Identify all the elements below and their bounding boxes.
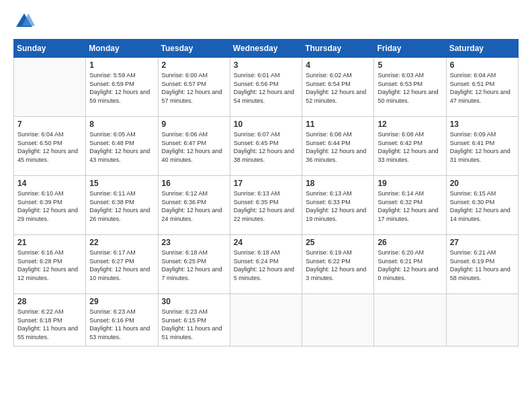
calendar-cell: 21Sunrise: 6:16 AMSunset: 6:28 PMDayligh… bbox=[14, 235, 86, 294]
day-number: 25 bbox=[306, 238, 370, 247]
day-info: Sunrise: 6:03 AMSunset: 6:53 PMDaylight:… bbox=[378, 71, 442, 105]
calendar-cell: 22Sunrise: 6:17 AMSunset: 6:27 PMDayligh… bbox=[86, 235, 158, 294]
day-number: 22 bbox=[89, 238, 154, 247]
day-info: Sunrise: 6:04 AMSunset: 6:51 PMDaylight:… bbox=[450, 71, 515, 105]
day-info: Sunrise: 6:13 AMSunset: 6:33 PMDaylight:… bbox=[306, 189, 370, 223]
weekday-header-wednesday: Wednesday bbox=[230, 40, 302, 58]
calendar-cell: 19Sunrise: 6:14 AMSunset: 6:32 PMDayligh… bbox=[374, 176, 446, 235]
day-number: 14 bbox=[17, 179, 82, 188]
day-info: Sunrise: 6:23 AMSunset: 6:16 PMDaylight:… bbox=[89, 308, 154, 341]
calendar-cell: 6Sunrise: 6:04 AMSunset: 6:51 PMDaylight… bbox=[446, 58, 518, 117]
day-number: 20 bbox=[450, 179, 515, 188]
day-info: Sunrise: 6:15 AMSunset: 6:30 PMDaylight:… bbox=[450, 189, 515, 223]
day-info: Sunrise: 6:02 AMSunset: 6:54 PMDaylight:… bbox=[306, 71, 370, 105]
calendar-cell: 23Sunrise: 6:18 AMSunset: 6:25 PMDayligh… bbox=[158, 235, 230, 294]
calendar-week-4: 21Sunrise: 6:16 AMSunset: 6:28 PMDayligh… bbox=[14, 235, 519, 294]
calendar-cell: 10Sunrise: 6:07 AMSunset: 6:45 PMDayligh… bbox=[230, 117, 302, 176]
calendar-cell: 25Sunrise: 6:19 AMSunset: 6:22 PMDayligh… bbox=[302, 235, 374, 294]
calendar-cell: 16Sunrise: 6:12 AMSunset: 6:36 PMDayligh… bbox=[158, 176, 230, 235]
calendar-cell bbox=[302, 294, 374, 347]
calendar-cell: 27Sunrise: 6:21 AMSunset: 6:19 PMDayligh… bbox=[446, 235, 518, 294]
calendar-week-1: 1Sunrise: 5:59 AMSunset: 6:59 PMDaylight… bbox=[14, 58, 519, 117]
day-number: 16 bbox=[162, 179, 226, 188]
day-number: 9 bbox=[162, 120, 226, 129]
day-number: 1 bbox=[89, 60, 154, 70]
weekday-header-monday: Monday bbox=[86, 40, 158, 58]
day-number: 29 bbox=[89, 297, 154, 306]
logo-icon bbox=[13, 11, 35, 32]
logo bbox=[13, 11, 38, 32]
day-number: 5 bbox=[378, 60, 442, 70]
day-info: Sunrise: 6:04 AMSunset: 6:50 PMDaylight:… bbox=[17, 130, 82, 164]
calendar-cell: 17Sunrise: 6:13 AMSunset: 6:35 PMDayligh… bbox=[230, 176, 302, 235]
day-info: Sunrise: 6:06 AMSunset: 6:47 PMDaylight:… bbox=[162, 130, 226, 164]
day-info: Sunrise: 6:23 AMSunset: 6:15 PMDaylight:… bbox=[162, 308, 226, 341]
calendar-week-3: 14Sunrise: 6:10 AMSunset: 6:39 PMDayligh… bbox=[14, 176, 519, 235]
calendar-cell: 5Sunrise: 6:03 AMSunset: 6:53 PMDaylight… bbox=[374, 58, 446, 117]
day-info: Sunrise: 6:18 AMSunset: 6:24 PMDaylight:… bbox=[234, 248, 298, 282]
day-info: Sunrise: 6:12 AMSunset: 6:36 PMDaylight:… bbox=[162, 189, 226, 223]
calendar-cell: 30Sunrise: 6:23 AMSunset: 6:15 PMDayligh… bbox=[158, 294, 230, 347]
calendar-cell: 2Sunrise: 6:00 AMSunset: 6:57 PMDaylight… bbox=[158, 58, 230, 117]
day-number: 23 bbox=[162, 238, 226, 247]
day-info: Sunrise: 6:09 AMSunset: 6:41 PMDaylight:… bbox=[450, 130, 515, 164]
calendar-cell bbox=[446, 294, 518, 347]
day-number: 13 bbox=[450, 120, 515, 129]
day-number: 2 bbox=[162, 60, 226, 70]
calendar-week-5: 28Sunrise: 6:22 AMSunset: 6:18 PMDayligh… bbox=[14, 294, 519, 347]
day-number: 6 bbox=[450, 60, 515, 70]
day-info: Sunrise: 6:05 AMSunset: 6:48 PMDaylight:… bbox=[89, 130, 154, 164]
day-info: Sunrise: 6:01 AMSunset: 6:56 PMDaylight:… bbox=[234, 71, 298, 105]
day-number: 27 bbox=[450, 238, 515, 247]
calendar-table: SundayMondayTuesdayWednesdayThursdayFrid… bbox=[13, 39, 519, 347]
day-info: Sunrise: 6:22 AMSunset: 6:18 PMDaylight:… bbox=[17, 308, 82, 341]
day-number: 3 bbox=[234, 60, 298, 70]
day-info: Sunrise: 6:11 AMSunset: 6:38 PMDaylight:… bbox=[89, 189, 154, 223]
calendar-cell: 20Sunrise: 6:15 AMSunset: 6:30 PMDayligh… bbox=[446, 176, 518, 235]
calendar-cell: 7Sunrise: 6:04 AMSunset: 6:50 PMDaylight… bbox=[14, 117, 86, 176]
day-info: Sunrise: 6:17 AMSunset: 6:27 PMDaylight:… bbox=[89, 248, 154, 282]
day-number: 18 bbox=[306, 179, 370, 188]
calendar-week-2: 7Sunrise: 6:04 AMSunset: 6:50 PMDaylight… bbox=[14, 117, 519, 176]
calendar-cell bbox=[230, 294, 302, 347]
day-info: Sunrise: 6:21 AMSunset: 6:19 PMDaylight:… bbox=[450, 248, 515, 282]
day-info: Sunrise: 6:16 AMSunset: 6:28 PMDaylight:… bbox=[17, 248, 82, 282]
weekday-header-friday: Friday bbox=[374, 40, 446, 58]
day-number: 17 bbox=[234, 179, 298, 188]
day-number: 15 bbox=[89, 179, 154, 188]
calendar-cell: 8Sunrise: 6:05 AMSunset: 6:48 PMDaylight… bbox=[86, 117, 158, 176]
day-number: 30 bbox=[162, 297, 226, 306]
weekday-header-tuesday: Tuesday bbox=[158, 40, 230, 58]
calendar-cell: 29Sunrise: 6:23 AMSunset: 6:16 PMDayligh… bbox=[86, 294, 158, 347]
calendar-cell bbox=[374, 294, 446, 347]
day-info: Sunrise: 6:07 AMSunset: 6:45 PMDaylight:… bbox=[234, 130, 298, 164]
day-number: 24 bbox=[234, 238, 298, 247]
calendar-cell: 4Sunrise: 6:02 AMSunset: 6:54 PMDaylight… bbox=[302, 58, 374, 117]
day-info: Sunrise: 6:14 AMSunset: 6:32 PMDaylight:… bbox=[378, 189, 442, 223]
day-info: Sunrise: 6:18 AMSunset: 6:25 PMDaylight:… bbox=[162, 248, 226, 282]
day-info: Sunrise: 6:10 AMSunset: 6:39 PMDaylight:… bbox=[17, 189, 82, 223]
day-number: 28 bbox=[17, 297, 82, 306]
calendar-cell: 1Sunrise: 5:59 AMSunset: 6:59 PMDaylight… bbox=[86, 58, 158, 117]
day-number: 26 bbox=[378, 238, 442, 247]
day-info: Sunrise: 6:08 AMSunset: 6:44 PMDaylight:… bbox=[306, 130, 370, 164]
calendar-cell: 12Sunrise: 6:08 AMSunset: 6:42 PMDayligh… bbox=[374, 117, 446, 176]
header bbox=[13, 11, 519, 32]
day-number: 8 bbox=[89, 120, 154, 129]
day-info: Sunrise: 6:19 AMSunset: 6:22 PMDaylight:… bbox=[306, 248, 370, 282]
calendar-cell: 24Sunrise: 6:18 AMSunset: 6:24 PMDayligh… bbox=[230, 235, 302, 294]
calendar-cell: 11Sunrise: 6:08 AMSunset: 6:44 PMDayligh… bbox=[302, 117, 374, 176]
calendar-cell: 3Sunrise: 6:01 AMSunset: 6:56 PMDaylight… bbox=[230, 58, 302, 117]
weekday-header-row: SundayMondayTuesdayWednesdayThursdayFrid… bbox=[14, 40, 519, 58]
weekday-header-thursday: Thursday bbox=[302, 40, 374, 58]
day-number: 19 bbox=[378, 179, 442, 188]
calendar-cell: 18Sunrise: 6:13 AMSunset: 6:33 PMDayligh… bbox=[302, 176, 374, 235]
day-info: Sunrise: 6:08 AMSunset: 6:42 PMDaylight:… bbox=[378, 130, 442, 164]
day-info: Sunrise: 6:13 AMSunset: 6:35 PMDaylight:… bbox=[234, 189, 298, 223]
day-number: 21 bbox=[17, 238, 82, 247]
day-info: Sunrise: 5:59 AMSunset: 6:59 PMDaylight:… bbox=[89, 71, 154, 105]
day-number: 7 bbox=[17, 120, 82, 129]
page: SundayMondayTuesdayWednesdayThursdayFrid… bbox=[0, 0, 532, 411]
calendar-cell bbox=[14, 58, 86, 117]
calendar-cell: 15Sunrise: 6:11 AMSunset: 6:38 PMDayligh… bbox=[86, 176, 158, 235]
